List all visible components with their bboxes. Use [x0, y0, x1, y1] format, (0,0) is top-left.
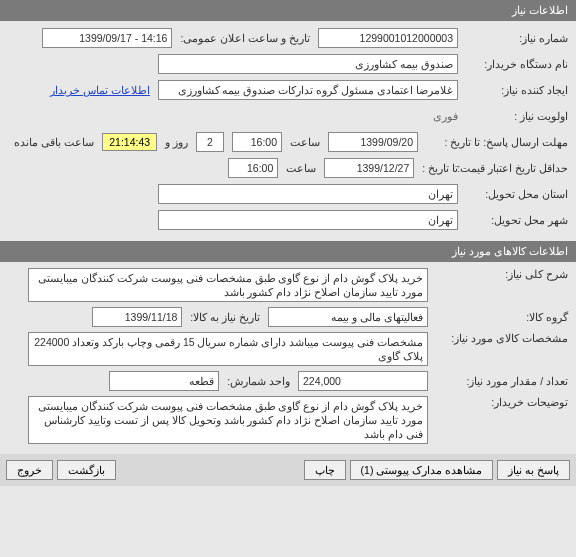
city-value: تهران [158, 210, 458, 230]
creator-value: غلامرضا اعتمادی مسئول گروه تدارکات صندوق… [158, 80, 458, 100]
deadline-label: مهلت ارسال پاسخ: تا تاریخ : [418, 136, 568, 148]
priority-label: اولویت نیاز : [458, 110, 568, 122]
need-number-label: شماره نیاز: [458, 32, 568, 44]
province-label: استان محل تحویل: [458, 188, 568, 200]
expire-value: 1399/11/18 [92, 307, 182, 327]
deadline-days: 2 [196, 132, 224, 152]
buyer-org-value: صندوق بیمه کشاورزی [158, 54, 458, 74]
back-button[interactable]: بازگشت [57, 460, 116, 480]
min-validity-to-label: تا تاریخ : [422, 162, 458, 174]
city-label: شهر محل تحویل: [458, 214, 568, 226]
min-validity-time: 16:00 [228, 158, 278, 178]
min-validity-date: 1399/12/27 [324, 158, 414, 178]
contact-link[interactable]: اطلاعات تماس خریدار [50, 84, 150, 96]
countdown-label: ساعت باقی مانده [14, 136, 94, 148]
unit-value: قطعه [109, 371, 219, 391]
quantity-label: تعداد / مقدار مورد نیاز: [428, 375, 568, 387]
deadline-time: 16:00 [232, 132, 282, 152]
announce-label: تاریخ و ساعت اعلان عمومی: [180, 32, 310, 44]
goods-group-label: گروه کالا: [428, 311, 568, 323]
deadline-time-label: ساعت [290, 136, 320, 148]
unit-label: واحد شمارش: [227, 375, 290, 387]
respond-button[interactable]: پاسخ به نیاز [497, 460, 570, 480]
exit-button[interactable]: خروج [6, 460, 53, 480]
buyer-org-label: نام دستگاه خریدار: [458, 58, 568, 70]
quantity-value: 224,000 [298, 371, 428, 391]
section1-body: شماره نیاز: 1299001012000003 تاریخ و ساع… [0, 21, 576, 241]
province-value: تهران [158, 184, 458, 204]
min-validity-time-label: ساعت [286, 162, 316, 174]
countdown-value: 21:14:43 [102, 133, 157, 151]
general-desc-label: شرح کلی نیاز: [428, 268, 568, 280]
footer-bar: پاسخ به نیاز مشاهده مدارک پیوستی (1) چاپ… [0, 454, 576, 486]
general-desc-value: خرید پلاک گوش دام از نوع گاوی طبق مشخصات… [28, 268, 428, 302]
section2-header: اطلاعات کالاهای مورد نیاز [0, 241, 576, 262]
creator-label: ایجاد کننده نیاز: [458, 84, 568, 96]
expire-label: تاریخ نیاز به کالا: [190, 311, 260, 323]
announce-value: 14:16 - 1399/09/17 [42, 28, 172, 48]
print-button[interactable]: چاپ [304, 460, 346, 480]
goods-spec-value: مشخصات فنی پیوست میباشد دارای شماره سریا… [28, 332, 428, 366]
need-number-value: 1299001012000003 [318, 28, 458, 48]
deadline-date: 1399/09/20 [328, 132, 418, 152]
section2-body: شرح کلی نیاز: خرید پلاک گوش دام از نوع گ… [0, 262, 576, 454]
min-validity-label: حداقل تاریخ اعتبار قیمت: [458, 163, 568, 174]
priority-value: فوری [433, 110, 458, 122]
buyer-notes-label: توضیحات خریدار: [428, 396, 568, 408]
deadline-days-label: روز و [165, 136, 188, 148]
goods-spec-label: مشخصات کالای مورد نیاز: [428, 332, 568, 344]
attachments-button[interactable]: مشاهده مدارک پیوستی (1) [350, 460, 494, 480]
buyer-notes-value: خرید پلاک گوش دام از نوع گاوی طبق مشخصات… [28, 396, 428, 444]
section1-header: اطلاعات نیاز [0, 0, 576, 21]
goods-group-value: فعالیتهای مالی و بیمه [268, 307, 428, 327]
